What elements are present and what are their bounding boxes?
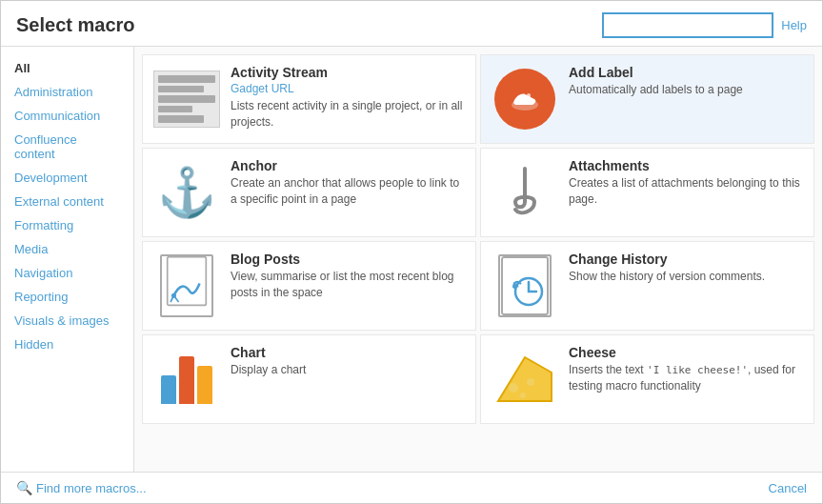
sidebar-item-visuals[interactable]: Visuals & images	[1, 309, 133, 333]
modal-body: All Administration Communication Conflue…	[1, 47, 822, 472]
macro-name-activity-stream: Activity Stream	[231, 65, 466, 80]
modal-header: Select macro Help	[1, 1, 822, 47]
macro-desc-anchor: Create an anchor that allows people to l…	[231, 175, 466, 208]
search-input[interactable]	[602, 12, 773, 38]
macro-desc-attachments: Creates a list of attachments belonging …	[569, 175, 804, 208]
macro-grid: Activity Stream Gadget URL Lists recent …	[142, 54, 814, 424]
macro-desc-add-label: Automatically add labels to a page	[569, 82, 804, 98]
macro-subtitle-activity-stream: Gadget URL	[231, 82, 466, 95]
sidebar-item-confluence-content[interactable]: Confluence content	[1, 128, 133, 166]
macro-desc-activity-stream: Lists recent activity in a single projec…	[231, 98, 466, 131]
macro-info-anchor: Anchor Create an anchor that allows peop…	[231, 158, 466, 208]
macro-card-blog-posts[interactable]: Blog Posts View, summarise or list the m…	[142, 241, 476, 331]
macro-card-change-history[interactable]: Change History Show the history of versi…	[480, 241, 814, 331]
svg-rect-1	[527, 93, 531, 99]
macro-card-activity-stream[interactable]: Activity Stream Gadget URL Lists recent …	[142, 54, 476, 144]
macro-card-cheese[interactable]: Cheese Inserts the text 'I like cheese!'…	[480, 334, 814, 424]
sidebar-item-navigation[interactable]: Navigation	[1, 261, 133, 285]
modal-footer: 🔍 Find more macros... Cancel	[1, 472, 822, 503]
sidebar-item-reporting[interactable]: Reporting	[1, 285, 133, 309]
macro-info-cheese: Cheese Inserts the text 'I like cheese!'…	[569, 345, 804, 394]
macro-name-anchor: Anchor	[231, 158, 466, 173]
chart-icon	[152, 345, 221, 413]
sidebar-item-development[interactable]: Development	[1, 166, 133, 190]
sidebar-item-communication[interactable]: Communication	[1, 104, 133, 128]
anchor-icon: ⚓	[152, 158, 221, 227]
change-history-icon	[491, 252, 559, 320]
sidebar-item-external-content[interactable]: External content	[1, 190, 133, 213]
macro-card-anchor[interactable]: ⚓ Anchor Create an anchor that allows pe…	[142, 148, 476, 237]
macro-card-chart[interactable]: Chart Display a chart	[142, 334, 476, 424]
sidebar-item-media[interactable]: Media	[1, 237, 133, 261]
select-macro-modal: Select macro Help All Administration Com…	[0, 0, 823, 504]
macro-desc-change-history: Show the history of version comments.	[569, 269, 804, 285]
macro-name-change-history: Change History	[569, 252, 804, 267]
modal-title: Select macro	[16, 14, 135, 36]
macro-card-add-label[interactable]: Add Label Automatically add labels to a …	[480, 54, 814, 144]
help-link[interactable]: Help	[781, 18, 807, 32]
cancel-link[interactable]: Cancel	[769, 481, 807, 495]
macro-info-activity-stream: Activity Stream Gadget URL Lists recent …	[231, 65, 466, 131]
attachments-icon	[491, 158, 559, 227]
macro-desc-blog-posts: View, summarise or list the most recent …	[231, 269, 466, 301]
macro-desc-cheese: Inserts the text 'I like cheese!', used …	[569, 362, 804, 394]
macro-card-attachments[interactable]: Attachments Creates a list of attachment…	[480, 148, 814, 237]
content-area: Activity Stream Gadget URL Lists recent …	[134, 47, 822, 472]
macro-name-add-label: Add Label	[569, 65, 804, 80]
header-right: Help	[602, 12, 807, 38]
macro-info-blog-posts: Blog Posts View, summarise or list the m…	[231, 252, 466, 301]
macro-info-attachments: Attachments Creates a list of attachment…	[569, 158, 804, 208]
blog-posts-icon	[152, 252, 221, 320]
macro-name-blog-posts: Blog Posts	[231, 252, 466, 267]
macro-info-chart: Chart Display a chart	[231, 345, 466, 378]
cheese-icon	[491, 345, 559, 413]
sidebar-item-all[interactable]: All	[1, 56, 133, 80]
activity-stream-icon	[152, 65, 221, 133]
macro-name-cheese: Cheese	[569, 345, 804, 360]
macro-info-add-label: Add Label Automatically add labels to a …	[569, 65, 804, 98]
add-label-svg	[506, 80, 544, 118]
puzzle-icon: 🔍	[16, 480, 32, 495]
macro-name-chart: Chart	[231, 345, 466, 360]
sidebar-item-administration[interactable]: Administration	[1, 80, 133, 104]
sidebar-item-formatting[interactable]: Formatting	[1, 213, 133, 237]
sidebar: All Administration Communication Conflue…	[1, 47, 134, 472]
macro-desc-chart: Display a chart	[231, 362, 466, 378]
find-macros-link[interactable]: 🔍 Find more macros...	[16, 480, 147, 495]
svg-point-8	[509, 383, 518, 393]
svg-point-10	[520, 393, 526, 398]
add-label-icon	[491, 65, 559, 133]
sidebar-item-hidden[interactable]: Hidden	[1, 333, 133, 356]
macro-info-change-history: Change History Show the history of versi…	[569, 252, 804, 285]
svg-point-9	[527, 378, 534, 386]
macro-name-attachments: Attachments	[569, 158, 804, 173]
